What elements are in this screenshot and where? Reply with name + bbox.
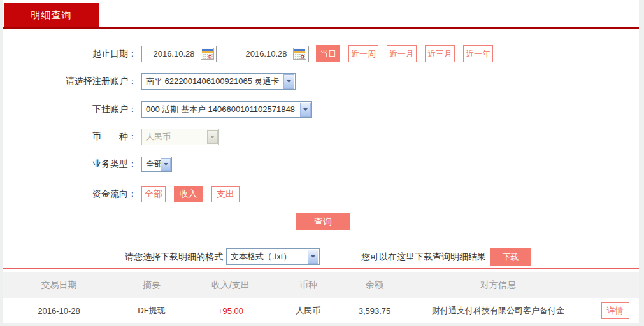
download-button[interactable]: 下载 <box>490 248 531 266</box>
quick-range-quarter-button[interactable]: 近三月 <box>425 45 455 62</box>
sub-account-value: 000 活期 基本户 1406600101102571848 <box>143 104 300 115</box>
sub-account-label: 下挂账户： <box>3 104 137 115</box>
calendar-icon[interactable] <box>293 48 306 60</box>
cell-currency: 人民币 <box>273 305 344 316</box>
download-format-select[interactable]: 文本格式（.txt） <box>226 248 320 265</box>
start-date-value: 2016.10.28 <box>147 49 201 59</box>
tab-detail-query[interactable]: 明细查询 <box>4 3 99 27</box>
quick-range-month-button[interactable]: 近一月 <box>387 45 417 62</box>
currency-value: 人民币 <box>143 131 207 143</box>
cell-date: 2016-10-28 <box>3 306 115 316</box>
header-amount: 收入/支出 <box>189 280 273 291</box>
quick-range-week-button[interactable]: 近一周 <box>348 45 378 62</box>
business-type-label: 业务类型： <box>3 159 137 170</box>
quick-range-today-button[interactable]: 当日 <box>316 45 340 62</box>
cell-action: 详情 <box>591 302 639 319</box>
chevron-down-icon <box>308 250 318 264</box>
sub-account-row: 下挂账户： 000 活期 基本户 1406600101102571848 <box>3 101 312 118</box>
header-currency: 币种 <box>273 280 344 291</box>
cell-counterparty: 财付通支付科技有限公司客户备付金 <box>405 305 591 316</box>
detail-button[interactable]: 详情 <box>601 302 629 319</box>
currency-select: 人民币 <box>141 129 219 145</box>
business-type-select[interactable]: 全部 <box>141 157 172 172</box>
chevron-down-icon <box>207 130 218 144</box>
date-separator: — <box>217 49 229 59</box>
calendar-icon[interactable] <box>201 48 214 60</box>
header-summary: 摘要 <box>115 280 189 291</box>
fund-flow-all-button[interactable]: 全部 <box>141 186 166 202</box>
header-date: 交易日期 <box>3 280 115 291</box>
download-row: 请您选择下载明细的格式 文本格式（.txt） 您可以在这里下载查询明细结果 下载 <box>3 248 639 266</box>
cell-summary: DF提现 <box>115 305 189 316</box>
sub-account-select[interactable]: 000 活期 基本户 1406600101102571848 <box>141 101 312 118</box>
business-type-row: 业务类型： 全部 <box>3 157 172 172</box>
end-date-input[interactable]: 2016.10.28 <box>234 46 309 62</box>
fund-flow-row: 资金流向： 全部 收入 支出 <box>3 185 240 202</box>
start-date-input[interactable]: 2016.10.28 <box>141 46 217 62</box>
register-account-label: 请选择注册账户： <box>3 76 137 87</box>
cell-balance: 3,593.75 <box>344 306 405 316</box>
date-range-row: 起止日期： 2016.10.28 — 2016.10.28 <box>3 45 493 62</box>
chevron-down-icon <box>283 74 294 89</box>
download-hint: 您可以在这里下载查询明细结果 <box>361 252 486 263</box>
quick-range-year-button[interactable]: 近一年 <box>463 45 493 62</box>
query-button[interactable]: 查询 <box>296 213 350 230</box>
header-balance: 余额 <box>344 280 405 291</box>
table-top-border <box>3 268 639 269</box>
page: 明细查询 起止日期： 2016.10.28 — 2016.10.28 <box>0 0 644 326</box>
download-format-value: 文本格式（.txt） <box>227 251 308 262</box>
table-header-row: 交易日期 摘要 收入/支出 币种 余额 对方信息 <box>3 272 639 298</box>
business-type-value: 全部 <box>143 159 161 170</box>
detail-query-panel: 明细查询 起止日期： 2016.10.28 — 2016.10.28 <box>3 0 639 323</box>
fund-flow-expense-button[interactable]: 支出 <box>211 186 240 202</box>
header-counterparty: 对方信息 <box>405 280 591 291</box>
table-row: 2016-10-28 DF提现 +95.00 人民币 3,593.75 财付通支… <box>3 298 639 323</box>
register-account-select[interactable]: 南平 6222001406100921065 灵通卡 <box>141 73 296 90</box>
cell-amount: +95.00 <box>189 306 273 316</box>
currency-row: 币 种： 人民币 <box>3 129 219 145</box>
register-account-value: 南平 6222001406100921065 灵通卡 <box>143 76 283 87</box>
end-date-value: 2016.10.28 <box>240 49 293 59</box>
chevron-down-icon <box>161 158 171 171</box>
chevron-down-icon <box>300 103 311 117</box>
date-range-label: 起止日期： <box>3 48 137 60</box>
fund-flow-label: 资金流向： <box>3 188 137 200</box>
tab-label: 明细查询 <box>31 10 72 22</box>
currency-label: 币 种： <box>3 131 137 143</box>
tab-underline <box>3 27 639 29</box>
register-account-row: 请选择注册账户： 南平 6222001406100921065 灵通卡 <box>3 73 296 90</box>
fund-flow-income-button[interactable]: 收入 <box>174 186 203 202</box>
download-format-label: 请您选择下载明细的格式 <box>125 252 223 263</box>
